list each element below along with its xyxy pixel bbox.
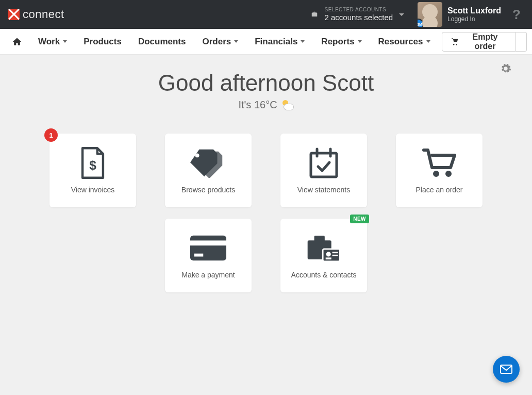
tile-place-order[interactable]: Place an order bbox=[396, 134, 483, 207]
account-selector[interactable]: SELECTED ACCOUNTS 2 accounts selected bbox=[305, 0, 410, 29]
nav-reports-label: Reports bbox=[321, 37, 354, 47]
svg-rect-16 bbox=[501, 365, 512, 373]
avatar: M2M bbox=[418, 2, 442, 27]
nav-products-label: Products bbox=[84, 37, 122, 47]
navbar: Work Products Documents Orders Financial… bbox=[0, 29, 532, 55]
acct-value: 2 accounts selected bbox=[325, 13, 393, 22]
nav-work[interactable]: Work bbox=[31, 29, 74, 54]
main-content: Good afternoon Scott It's 16°C 1 $ View … bbox=[0, 55, 532, 308]
calendar-check-icon bbox=[306, 147, 342, 178]
user-name: Scott Luxford bbox=[447, 6, 501, 15]
tile-label: Place an order bbox=[415, 186, 462, 194]
home-button[interactable] bbox=[5, 29, 29, 54]
order-button-group: Empty order bbox=[442, 32, 527, 52]
topbar: connect SELECTED ACCOUNTS 2 accounts sel… bbox=[0, 0, 532, 29]
empty-order-button[interactable]: Empty order bbox=[442, 32, 516, 52]
tile-make-payment[interactable]: Make a payment bbox=[165, 219, 252, 292]
new-badge: NEW bbox=[350, 215, 369, 223]
svg-point-12 bbox=[326, 252, 331, 256]
svg-rect-14 bbox=[332, 254, 338, 256]
brand-name: connect bbox=[23, 8, 64, 21]
invoice-icon: $ bbox=[75, 147, 111, 178]
greeting: Good afternoon Scott bbox=[21, 70, 511, 96]
nav-orders-label: Orders bbox=[202, 37, 231, 47]
invoice-count-badge: 1 bbox=[44, 128, 58, 142]
svg-rect-8 bbox=[194, 253, 204, 256]
brand-logo[interactable]: connect bbox=[8, 8, 64, 21]
svg-point-4 bbox=[445, 171, 452, 177]
tile-label: Browse products bbox=[181, 186, 235, 194]
settings-button[interactable] bbox=[500, 63, 511, 74]
acct-label: SELECTED ACCOUNTS bbox=[325, 7, 393, 13]
nav-products[interactable]: Products bbox=[76, 29, 129, 54]
tags-icon bbox=[190, 147, 226, 178]
svg-point-3 bbox=[433, 171, 439, 177]
help-button[interactable]: ? bbox=[509, 7, 524, 23]
logo-mark-icon bbox=[8, 9, 20, 20]
svg-rect-13 bbox=[332, 252, 338, 253]
svg-rect-15 bbox=[326, 257, 331, 259]
chat-fab[interactable] bbox=[493, 356, 520, 383]
chevron-down-icon bbox=[399, 13, 404, 16]
cart-icon bbox=[451, 38, 459, 46]
user-status: Logged In bbox=[447, 15, 501, 23]
tile-label: Accounts & contacts bbox=[291, 271, 357, 279]
cart-icon bbox=[421, 147, 457, 178]
svg-rect-10 bbox=[314, 236, 325, 241]
nav-resources[interactable]: Resources bbox=[371, 29, 438, 54]
nav-financials-label: Financials bbox=[255, 37, 297, 47]
chevron-down-icon bbox=[301, 40, 305, 43]
user-menu[interactable]: M2M Scott Luxford Logged In bbox=[418, 0, 501, 29]
weather-text: It's 16°C bbox=[238, 99, 277, 111]
tile-view-statements[interactable]: View statements bbox=[280, 134, 367, 207]
weather-icon bbox=[280, 100, 294, 110]
greeting-title: Good afternoon Scott bbox=[21, 70, 511, 96]
svg-point-1 bbox=[195, 153, 200, 157]
tile-label: View statements bbox=[297, 186, 350, 194]
nav-work-label: Work bbox=[38, 37, 60, 47]
tile-browse-products[interactable]: Browse products bbox=[165, 134, 252, 207]
tile-label: Make a payment bbox=[181, 271, 235, 279]
nav-orders[interactable]: Orders bbox=[195, 29, 245, 54]
tile-view-invoices[interactable]: 1 $ View invoices bbox=[49, 134, 136, 207]
tile-label: View invoices bbox=[71, 186, 115, 194]
svg-rect-2 bbox=[311, 153, 337, 177]
svg-rect-7 bbox=[190, 240, 226, 245]
credit-card-icon bbox=[190, 233, 226, 264]
svg-rect-5 bbox=[190, 235, 226, 260]
chevron-down-icon bbox=[426, 40, 430, 43]
briefcase-id-icon bbox=[306, 233, 342, 264]
nav-documents[interactable]: Documents bbox=[131, 29, 193, 54]
order-button-label: Empty order bbox=[463, 32, 507, 51]
nav-documents-label: Documents bbox=[138, 37, 186, 47]
svg-text:$: $ bbox=[89, 158, 96, 172]
nav-reports[interactable]: Reports bbox=[314, 29, 369, 54]
order-dropdown-button[interactable] bbox=[516, 32, 527, 52]
nav-financials[interactable]: Financials bbox=[247, 29, 312, 54]
tile-accounts-contacts[interactable]: NEW Accounts & contacts bbox=[280, 219, 367, 292]
avatar-badge: M2M bbox=[418, 19, 424, 27]
chevron-down-icon bbox=[358, 40, 362, 43]
briefcase-icon bbox=[310, 11, 319, 18]
chevron-down-icon bbox=[234, 40, 238, 43]
weather: It's 16°C bbox=[21, 99, 511, 111]
nav-resources-label: Resources bbox=[378, 37, 423, 47]
mail-icon bbox=[500, 365, 512, 374]
chevron-down-icon bbox=[63, 40, 67, 43]
